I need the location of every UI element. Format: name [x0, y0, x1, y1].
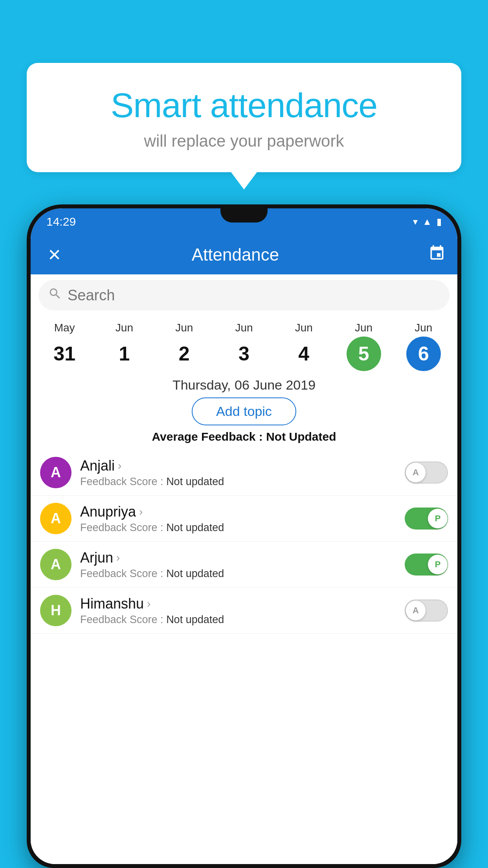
student-name[interactable]: Anjali › [80, 458, 398, 474]
cal-month: May [54, 322, 75, 334]
phone-frame: 14:29 ▾ ▲ ▮ ✕ Attendance [27, 204, 461, 868]
student-feedback: Feedback Score : Not updated [80, 476, 398, 488]
calendar-icon[interactable] [428, 245, 446, 265]
cal-date: 5 [347, 337, 381, 371]
toggle-container: A [405, 600, 448, 622]
list-item: AArjun ›Feedback Score : Not updatedP [31, 542, 457, 588]
toggle-container: P [405, 508, 448, 530]
student-info: Himanshu ›Feedback Score : Not updated [80, 596, 398, 626]
search-icon [48, 287, 62, 304]
student-feedback: Feedback Score : Not updated [80, 522, 398, 534]
avg-feedback-value: Not Updated [266, 430, 336, 443]
phone-inner: 14:29 ▾ ▲ ▮ ✕ Attendance [31, 208, 457, 864]
calendar-day[interactable]: Jun4 [274, 322, 334, 371]
cal-date: 1 [107, 337, 141, 371]
avatar: A [40, 457, 72, 488]
cal-date: 4 [286, 337, 321, 371]
close-button[interactable]: ✕ [42, 245, 66, 265]
list-item: AAnjali ›Feedback Score : Not updatedA [31, 450, 457, 496]
avatar: A [40, 503, 72, 534]
cal-date: 31 [47, 337, 82, 371]
student-info: Arjun ›Feedback Score : Not updated [80, 550, 398, 580]
student-list: AAnjali ›Feedback Score : Not updatedAAA… [31, 450, 457, 634]
student-feedback: Feedback Score : Not updated [80, 614, 398, 626]
add-topic-button[interactable]: Add topic [192, 397, 296, 425]
calendar-day[interactable]: Jun2 [154, 322, 214, 371]
attendance-toggle[interactable]: P [405, 554, 448, 576]
selected-date: Thursday, 06 June 2019 [31, 377, 457, 393]
toggle-knob: A [406, 601, 426, 620]
list-item: AAnupriya ›Feedback Score : Not updatedP [31, 496, 457, 542]
student-feedback: Feedback Score : Not updated [80, 568, 398, 580]
student-info: Anupriya ›Feedback Score : Not updated [80, 504, 398, 534]
attendance-toggle[interactable]: A [405, 600, 448, 622]
cal-date: 3 [227, 337, 261, 371]
app-title: Attendance [74, 245, 397, 265]
cal-month: Jun [355, 322, 372, 334]
toggle-knob: P [428, 509, 448, 528]
cal-month: Jun [415, 322, 432, 334]
cal-date: 2 [167, 337, 202, 371]
attendance-toggle[interactable]: A [405, 462, 448, 484]
battery-icon: ▮ [437, 216, 442, 227]
signal-icon: ▲ [422, 216, 432, 227]
status-time: 14:29 [46, 215, 76, 228]
status-bar: 14:29 ▾ ▲ ▮ [31, 208, 457, 235]
toggle-knob: A [406, 463, 426, 482]
student-name[interactable]: Himanshu › [80, 596, 398, 612]
student-name[interactable]: Arjun › [80, 550, 398, 566]
toggle-knob: P [428, 555, 448, 574]
avg-feedback-label: Average Feedback : [152, 430, 262, 443]
calendar-day[interactable]: Jun3 [214, 322, 274, 371]
speech-bubble: Smart attendance will replace your paper… [27, 63, 461, 172]
search-bar [39, 280, 449, 311]
avatar: A [40, 549, 72, 580]
cal-month: Jun [175, 322, 193, 334]
search-input[interactable] [68, 287, 440, 304]
chevron-right-icon: › [116, 552, 120, 564]
bubble-subtitle: will replace your paperwork [42, 132, 446, 151]
notch [220, 208, 268, 223]
toggle-container: P [405, 554, 448, 576]
app-bar: ✕ Attendance [31, 235, 457, 274]
wifi-icon: ▾ [413, 216, 418, 227]
status-icons: ▾ ▲ ▮ [413, 216, 442, 227]
calendar-row: May31Jun1Jun2Jun3Jun4Jun5Jun6 [31, 316, 457, 371]
toggle-container: A [405, 462, 448, 484]
calendar-day[interactable]: May31 [35, 322, 94, 371]
student-info: Anjali ›Feedback Score : Not updated [80, 458, 398, 488]
phone-screen: 14:29 ▾ ▲ ▮ ✕ Attendance [31, 208, 457, 864]
cal-month: Jun [116, 322, 133, 334]
cal-month: Jun [235, 322, 253, 334]
avg-feedback: Average Feedback : Not Updated [31, 430, 457, 443]
calendar-day[interactable]: Jun1 [94, 322, 154, 371]
chevron-right-icon: › [118, 460, 121, 472]
list-item: HHimanshu ›Feedback Score : Not updatedA [31, 588, 457, 634]
chevron-right-icon: › [147, 598, 150, 610]
avatar: H [40, 595, 72, 626]
calendar-day[interactable]: Jun5 [334, 322, 393, 371]
cal-date: 6 [406, 337, 441, 371]
student-name[interactable]: Anupriya › [80, 504, 398, 520]
app-content: May31Jun1Jun2Jun3Jun4Jun5Jun6 Thursday, … [31, 274, 457, 864]
cal-month: Jun [295, 322, 313, 334]
bubble-title: Smart attendance [42, 86, 446, 125]
calendar-day[interactable]: Jun6 [394, 322, 453, 371]
chevron-right-icon: › [139, 506, 143, 518]
add-topic-container: Add topic [31, 397, 457, 425]
attendance-toggle[interactable]: P [405, 508, 448, 530]
